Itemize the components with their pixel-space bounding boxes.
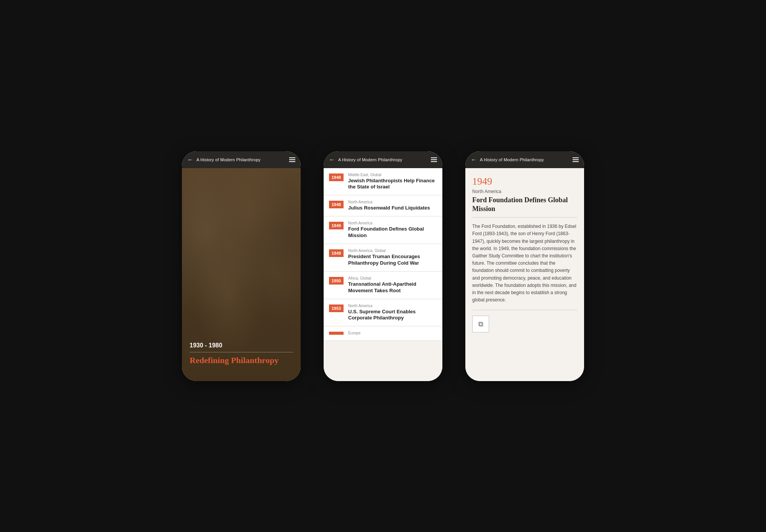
year-badge: 1950 [329,277,344,285]
list-item-region: Africa, Global [348,276,437,280]
phone-1-top-bar: ← A History of Modern Philanthropy [182,151,301,168]
phone-1-nav-left: ← A History of Modern Philanthropy [187,156,260,163]
year-badge: 1949 [329,222,344,229]
detail-body: The Ford Foundation, established in 1936… [472,223,577,304]
list-item[interactable]: 1948 North America Julius Rosenwald Fund… [324,195,442,216]
phone-2-list: ← A History of Modern Philanthropy 1948 … [324,151,442,381]
back-arrow-icon[interactable]: ← [187,156,193,163]
app-title-phone3: A History of Modern Philanthropy [480,157,544,162]
detail-title: Ford Foundation Defines Global Mission [472,196,577,214]
app-title-phone2: A History of Modern Philanthropy [338,157,402,162]
list-item[interactable]: 1953 North America U.S. Supreme Court En… [324,299,442,327]
list-item[interactable]: 1948 Middle East, Global Jewish Philanth… [324,168,442,196]
cover-text-block: 1930 - 1980 Redefining Philanthropy [190,342,293,365]
cover-content: 1930 - 1980 Redefining Philanthropy [182,168,301,381]
hamburger-menu-icon[interactable] [289,157,295,162]
year-badge [329,332,344,335]
cover-year: 1930 - 1980 [190,342,293,349]
list-item-region: Europe [348,331,437,335]
copy-icon: ⧉ [478,320,483,328]
list-item-title: Ford Foundation Defines Global Mission [348,226,437,239]
year-badge: 1953 [329,304,344,312]
phone-1-cover: ← A History of Modern Philanthropy 1930 … [182,151,301,381]
list-item-title: President Truman Encourages Philanthropy… [348,254,437,267]
list-item-region: Middle East, Global [348,173,437,177]
list-item-text: Middle East, Global Jewish Philanthropis… [348,173,437,191]
list-item-text: Africa, Global Transnational Anti-Aparth… [348,276,437,294]
detail-divider-bottom [472,310,577,310]
list-item-title: Transnational Anti-Apartheid Movement Ta… [348,281,437,294]
phone-3-nav-left: ← A History of Modern Philanthropy [471,156,544,163]
list-item-title: Jewish Philanthropists Help Finance the … [348,178,437,191]
list-item-text: North America, Global President Truman E… [348,249,437,267]
detail-content: 1949 North America Ford Foundation Defin… [465,168,584,381]
list-item-region: North America [348,304,437,308]
list-content: 1948 Middle East, Global Jewish Philanth… [324,168,442,381]
app-title-phone1: A History of Modern Philanthropy [196,157,260,162]
copy-button[interactable]: ⧉ [472,316,489,332]
list-item-title: U.S. Supreme Court Enables Corporate Phi… [348,309,437,322]
cover-photo: 1930 - 1980 Redefining Philanthropy [182,168,301,381]
phone-2-nav-left: ← A History of Modern Philanthropy [329,156,402,163]
list-item[interactable]: Europe [324,326,442,341]
phone-3-top-bar: ← A History of Modern Philanthropy [465,151,584,168]
detail-region: North America [472,189,577,194]
list-item-text: North America U.S. Supreme Court Enables… [348,304,437,322]
year-badge: 1948 [329,201,344,208]
back-arrow-icon-3[interactable]: ← [471,156,477,163]
list-item-text: North America Ford Foundation Defines Gl… [348,221,437,239]
list-item-title: Julius Rosenwald Fund Liquidates [348,205,437,211]
phone-2-top-bar: ← A History of Modern Philanthropy [324,151,442,168]
hamburger-menu-icon-2[interactable] [431,157,437,162]
list-item[interactable]: 1950 Africa, Global Transnational Anti-A… [324,272,442,299]
hamburger-menu-icon-3[interactable] [573,157,579,162]
detail-divider-top [472,217,577,218]
detail-year: 1949 [472,176,577,187]
list-item-text: North America Julius Rosenwald Fund Liqu… [348,200,437,211]
phone-3-detail: ← A History of Modern Philanthropy 1949 … [465,151,584,381]
year-badge: 1948 [329,174,344,181]
list-item-region: North America [348,200,437,204]
back-arrow-icon-2[interactable]: ← [329,156,335,163]
cover-headline: Redefining Philanthropy [190,355,293,365]
list-item-text: Europe [348,331,437,336]
list-item[interactable]: 1949 North America Ford Foundation Defin… [324,216,442,244]
year-badge: 1949 [329,249,344,257]
list-item-region: North America, Global [348,249,437,253]
list-item[interactable]: 1949 North America, Global President Tru… [324,244,442,272]
list-item-region: North America [348,221,437,225]
cover-divider [190,352,293,352]
